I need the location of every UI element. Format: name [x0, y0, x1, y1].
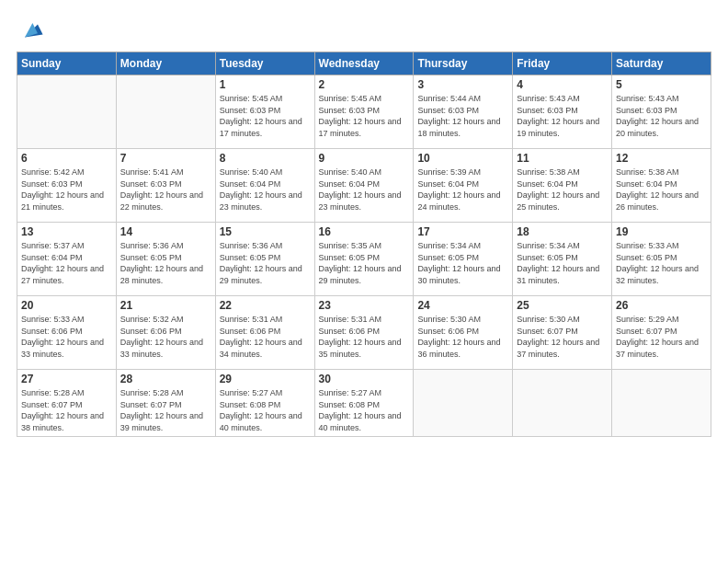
calendar-week-row: 13Sunrise: 5:37 AM Sunset: 6:04 PM Dayli… — [17, 223, 711, 296]
table-cell: 19Sunrise: 5:33 AM Sunset: 6:05 PM Dayli… — [612, 223, 711, 296]
day-info: Sunrise: 5:37 AM Sunset: 6:04 PM Dayligh… — [21, 240, 112, 286]
table-cell: 5Sunrise: 5:43 AM Sunset: 6:03 PM Daylig… — [612, 75, 711, 149]
table-cell: 20Sunrise: 5:33 AM Sunset: 6:06 PM Dayli… — [17, 296, 117, 370]
day-info: Sunrise: 5:31 AM Sunset: 6:06 PM Dayligh… — [319, 314, 410, 360]
day-info: Sunrise: 5:28 AM Sunset: 6:07 PM Dayligh… — [120, 387, 211, 433]
day-info: Sunrise: 5:43 AM Sunset: 6:03 PM Dayligh… — [616, 93, 707, 139]
table-cell: 13Sunrise: 5:37 AM Sunset: 6:04 PM Dayli… — [17, 223, 117, 296]
day-info: Sunrise: 5:38 AM Sunset: 6:04 PM Dayligh… — [517, 167, 608, 213]
day-info: Sunrise: 5:30 AM Sunset: 6:06 PM Dayligh… — [417, 314, 508, 360]
day-number: 27 — [21, 373, 112, 385]
day-info: Sunrise: 5:30 AM Sunset: 6:07 PM Dayligh… — [517, 314, 608, 360]
day-info: Sunrise: 5:44 AM Sunset: 6:03 PM Dayligh… — [417, 93, 508, 139]
table-cell: 3Sunrise: 5:44 AM Sunset: 6:03 PM Daylig… — [414, 75, 513, 149]
day-info: Sunrise: 5:34 AM Sunset: 6:05 PM Dayligh… — [417, 240, 508, 286]
day-info: Sunrise: 5:45 AM Sunset: 6:03 PM Dayligh… — [220, 93, 311, 139]
table-cell: 1Sunrise: 5:45 AM Sunset: 6:03 PM Daylig… — [215, 75, 314, 149]
table-cell: 23Sunrise: 5:31 AM Sunset: 6:06 PM Dayli… — [314, 296, 414, 370]
table-cell: 21Sunrise: 5:32 AM Sunset: 6:06 PM Dayli… — [116, 296, 215, 370]
day-number: 17 — [417, 225, 508, 238]
day-number: 7 — [120, 152, 211, 165]
day-info: Sunrise: 5:29 AM Sunset: 6:07 PM Dayligh… — [616, 314, 707, 360]
table-cell: 29Sunrise: 5:27 AM Sunset: 6:08 PM Dayli… — [215, 370, 314, 437]
table-cell: 15Sunrise: 5:36 AM Sunset: 6:05 PM Dayli… — [215, 223, 314, 296]
day-number: 16 — [319, 225, 410, 238]
col-tuesday: Tuesday — [215, 52, 314, 75]
col-wednesday: Wednesday — [314, 52, 414, 75]
day-number: 23 — [319, 299, 410, 312]
table-cell: 18Sunrise: 5:34 AM Sunset: 6:05 PM Dayli… — [513, 223, 612, 296]
table-cell: 24Sunrise: 5:30 AM Sunset: 6:06 PM Dayli… — [414, 296, 513, 370]
calendar-table: Sunday Monday Tuesday Wednesday Thursday… — [17, 52, 711, 437]
calendar-week-row: 27Sunrise: 5:28 AM Sunset: 6:07 PM Dayli… — [17, 370, 711, 437]
day-number: 6 — [21, 152, 112, 165]
day-number: 4 — [517, 78, 608, 91]
day-info: Sunrise: 5:34 AM Sunset: 6:05 PM Dayligh… — [517, 240, 608, 286]
col-saturday: Saturday — [612, 52, 711, 75]
col-sunday: Sunday — [17, 52, 117, 75]
day-number: 1 — [220, 78, 311, 91]
day-number: 18 — [517, 225, 608, 238]
table-cell: 9Sunrise: 5:40 AM Sunset: 6:04 PM Daylig… — [314, 149, 414, 223]
day-number: 20 — [21, 299, 112, 312]
calendar-week-row: 6Sunrise: 5:42 AM Sunset: 6:03 PM Daylig… — [17, 149, 711, 223]
day-number: 8 — [220, 152, 311, 165]
day-number: 14 — [120, 225, 211, 238]
day-number: 5 — [616, 78, 707, 91]
day-info: Sunrise: 5:41 AM Sunset: 6:03 PM Dayligh… — [120, 167, 211, 213]
day-info: Sunrise: 5:32 AM Sunset: 6:06 PM Dayligh… — [120, 314, 211, 360]
table-cell: 27Sunrise: 5:28 AM Sunset: 6:07 PM Dayli… — [17, 370, 117, 437]
day-number: 30 — [319, 373, 410, 385]
day-number: 12 — [616, 152, 707, 165]
day-info: Sunrise: 5:39 AM Sunset: 6:04 PM Dayligh… — [417, 167, 508, 213]
table-cell — [513, 370, 612, 437]
day-number: 28 — [120, 373, 211, 385]
day-number: 29 — [220, 373, 311, 385]
table-cell — [414, 370, 513, 437]
table-cell: 12Sunrise: 5:38 AM Sunset: 6:04 PM Dayli… — [612, 149, 711, 223]
calendar-week-row: 1Sunrise: 5:45 AM Sunset: 6:03 PM Daylig… — [17, 75, 711, 149]
day-number: 15 — [220, 225, 311, 238]
table-cell: 6Sunrise: 5:42 AM Sunset: 6:03 PM Daylig… — [17, 149, 117, 223]
day-info: Sunrise: 5:45 AM Sunset: 6:03 PM Dayligh… — [319, 93, 410, 139]
day-info: Sunrise: 5:36 AM Sunset: 6:05 PM Dayligh… — [220, 240, 311, 286]
header — [17, 17, 711, 42]
day-number: 21 — [120, 299, 211, 312]
day-number: 3 — [417, 78, 508, 91]
day-number: 26 — [616, 299, 707, 312]
day-info: Sunrise: 5:33 AM Sunset: 6:05 PM Dayligh… — [616, 240, 707, 286]
table-cell: 30Sunrise: 5:27 AM Sunset: 6:08 PM Dayli… — [314, 370, 414, 437]
day-info: Sunrise: 5:33 AM Sunset: 6:06 PM Dayligh… — [21, 314, 112, 360]
col-thursday: Thursday — [414, 52, 513, 75]
day-number: 11 — [517, 152, 608, 165]
day-info: Sunrise: 5:40 AM Sunset: 6:04 PM Dayligh… — [220, 167, 311, 213]
day-info: Sunrise: 5:43 AM Sunset: 6:03 PM Dayligh… — [517, 93, 608, 139]
day-info: Sunrise: 5:27 AM Sunset: 6:08 PM Dayligh… — [220, 387, 311, 433]
table-cell: 10Sunrise: 5:39 AM Sunset: 6:04 PM Dayli… — [414, 149, 513, 223]
table-cell — [116, 75, 215, 149]
table-cell — [612, 370, 711, 437]
calendar-week-row: 20Sunrise: 5:33 AM Sunset: 6:06 PM Dayli… — [17, 296, 711, 370]
table-cell: 28Sunrise: 5:28 AM Sunset: 6:07 PM Dayli… — [116, 370, 215, 437]
table-cell: 14Sunrise: 5:36 AM Sunset: 6:05 PM Dayli… — [116, 223, 215, 296]
table-cell: 2Sunrise: 5:45 AM Sunset: 6:03 PM Daylig… — [314, 75, 414, 149]
calendar-page: Sunday Monday Tuesday Wednesday Thursday… — [0, 0, 728, 563]
day-info: Sunrise: 5:28 AM Sunset: 6:07 PM Dayligh… — [21, 387, 112, 433]
day-info: Sunrise: 5:35 AM Sunset: 6:05 PM Dayligh… — [319, 240, 410, 286]
day-number: 24 — [417, 299, 508, 312]
col-friday: Friday — [513, 52, 612, 75]
table-cell: 4Sunrise: 5:43 AM Sunset: 6:03 PM Daylig… — [513, 75, 612, 149]
table-cell: 8Sunrise: 5:40 AM Sunset: 6:04 PM Daylig… — [215, 149, 314, 223]
day-number: 22 — [220, 299, 311, 312]
logo-icon — [18, 17, 44, 42]
table-cell: 26Sunrise: 5:29 AM Sunset: 6:07 PM Dayli… — [612, 296, 711, 370]
day-info: Sunrise: 5:31 AM Sunset: 6:06 PM Dayligh… — [220, 314, 311, 360]
day-info: Sunrise: 5:36 AM Sunset: 6:05 PM Dayligh… — [120, 240, 211, 286]
logo — [17, 17, 44, 42]
day-number: 25 — [517, 299, 608, 312]
day-number: 19 — [616, 225, 707, 238]
table-cell: 25Sunrise: 5:30 AM Sunset: 6:07 PM Dayli… — [513, 296, 612, 370]
day-number: 10 — [417, 152, 508, 165]
day-number: 2 — [319, 78, 410, 91]
day-info: Sunrise: 5:40 AM Sunset: 6:04 PM Dayligh… — [319, 167, 410, 213]
